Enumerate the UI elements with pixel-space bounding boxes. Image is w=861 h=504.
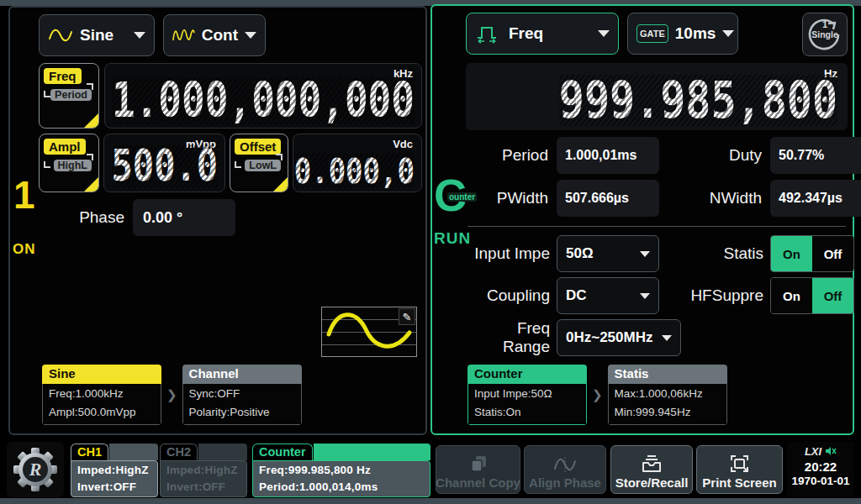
offset-lowlevel-key[interactable]: Offset LowL	[230, 134, 288, 192]
channel-card-title: Channel	[182, 365, 302, 384]
sine-summary-card[interactable]: Sine Freq:1.000kHz Ampl:500.0mVpp	[42, 365, 161, 425]
ampl-value: 500.0	[112, 145, 218, 188]
ampl-highlevel-key[interactable]: Ampl HighL	[39, 134, 99, 192]
ch1-status-tab[interactable]: CH1 Imped:HighZ Invert:OFF	[71, 444, 158, 497]
chevron-down-icon	[598, 30, 610, 37]
channel1-panel: 1 ON Sine Cont Freq Period	[8, 6, 427, 435]
tab-fill	[198, 444, 247, 460]
sine-icon	[48, 27, 73, 44]
phase-input[interactable]: 0.00 °	[133, 199, 235, 236]
freq-range-select[interactable]: 0Hz~250MHz	[557, 319, 681, 356]
channel1-side-column[interactable]: 1 ON	[10, 8, 40, 433]
statis-toggle[interactable]: On Off	[770, 235, 854, 272]
waveform-select[interactable]: Sine	[39, 14, 155, 56]
statis-off-option[interactable]: Off	[812, 236, 853, 271]
corner-bracket	[87, 154, 93, 160]
offset-key-label: Offset	[235, 139, 281, 155]
ch2-status-tab[interactable]: CH2 Imped:HighZ Invert:OFF	[160, 444, 247, 497]
print-screen-label: Print Screen	[702, 475, 776, 490]
channel-copy-button[interactable]: Channel Copy	[436, 445, 520, 494]
gate-badge: GATE	[637, 24, 668, 43]
ch1-tab-title: CH1	[71, 444, 108, 460]
section-divider	[467, 226, 846, 227]
store-recall-button[interactable]: Store/Recall	[610, 445, 693, 494]
gate-time-value: 10ms	[675, 24, 716, 43]
channel-card-sync: Sync:OFF	[189, 385, 295, 403]
edit-waveform-button[interactable]: ✎	[399, 308, 415, 325]
freq-period-key[interactable]: Freq Period	[39, 63, 99, 129]
ch1-impedance: Imped:HighZ	[77, 462, 151, 479]
counter-panel: C ounter RUN Freq GATE 10ms	[430, 4, 854, 435]
ch2-invert: Invert:OFF	[166, 479, 240, 496]
ch1-invert: Invert:OFF	[77, 479, 151, 496]
offset-value: 0.000,0	[294, 154, 415, 188]
counter-tab-title: Counter	[252, 444, 313, 460]
counter-status-tab[interactable]: Counter Freq:999.985,800 Hz Period:1.000…	[252, 444, 430, 497]
chevron-right-icon: ❯	[166, 387, 177, 402]
align-phase-button[interactable]: Align Phase	[524, 445, 606, 494]
clock-time: 20:22	[787, 459, 854, 474]
channel-summary-card[interactable]: Channel Sync:OFF Polarity:Positive	[182, 365, 302, 425]
hfsuppre-on-option[interactable]: On	[771, 278, 812, 313]
tab-fill	[109, 444, 158, 460]
corner-bracket	[235, 161, 241, 168]
ampl-value-display[interactable]: mVpp 500.0	[103, 134, 225, 192]
lowl-alt-label: LowL	[245, 160, 281, 171]
counter-tab-freq: Freq:999.985,800 Hz	[259, 462, 424, 479]
statis-card-min: Min:999.945Hz	[615, 403, 721, 422]
counter-card-title: Counter	[467, 365, 587, 384]
input-impedance-select[interactable]: 50Ω	[557, 235, 659, 272]
chevron-down-icon	[722, 30, 734, 37]
period-alt-label: Period	[50, 89, 92, 101]
counter-card-statis: Statis:On	[474, 403, 580, 422]
statis-summary-card[interactable]: Statis Max:1.000,06kHz Min:999.945Hz	[608, 365, 727, 425]
ch2-tab-title: CH2	[160, 444, 198, 460]
chevron-right-icon: ❯	[592, 387, 603, 402]
run-mode-select[interactable]: Cont	[163, 14, 266, 56]
run-mode-label: Cont	[202, 26, 238, 45]
chevron-down-icon	[134, 32, 145, 39]
duty-value: 50.77%	[770, 137, 861, 174]
counter-badge: C ounter	[434, 172, 467, 218]
counter-mode-select[interactable]: Freq	[466, 13, 619, 55]
statis-label: Statis	[666, 244, 763, 263]
offset-value-display[interactable]: Vdc 0.000,0	[293, 134, 422, 192]
store-recall-icon	[641, 454, 663, 474]
counter-value: 999.985,800	[559, 75, 837, 126]
sine-card-freq: Freq:1.000kHz	[49, 385, 155, 403]
counter-mode-label: Freq	[509, 24, 591, 43]
chevron-down-icon	[640, 251, 650, 257]
touch-corner-icon	[273, 177, 288, 192]
corner-bracket	[44, 91, 50, 97]
coupling-value: DC	[566, 287, 640, 304]
single-trigger-button[interactable]: 1 Single	[802, 13, 848, 56]
hfsuppre-toggle[interactable]: On Off	[770, 277, 854, 314]
pulse-freq-icon	[475, 24, 502, 44]
clock-date: 1970-01-01	[787, 475, 854, 487]
input-impedance-value: 50Ω	[566, 245, 640, 262]
ch2-impedance: Imped:HighZ	[166, 462, 240, 479]
system-settings-button[interactable]: R	[7, 442, 64, 497]
align-phase-label: Align Phase	[529, 475, 601, 490]
freq-value-display[interactable]: kHz 1.000,000,000	[104, 63, 422, 129]
chevron-down-icon	[662, 335, 672, 341]
waveform-preview[interactable]: ✎	[321, 307, 417, 357]
single-count: 1	[803, 19, 847, 29]
corner-bracket	[276, 154, 283, 160]
gate-time-select[interactable]: GATE 10ms	[627, 13, 738, 55]
counter-summary-card[interactable]: Counter Input Impe:50Ω Statis:On	[467, 365, 587, 425]
system-status-clock[interactable]: LXI 20:22 1970-01-01	[787, 442, 854, 497]
coupling-select[interactable]: DC	[557, 277, 659, 314]
phase-value: 0.00 °	[143, 209, 182, 227]
counter-tab-period: Period:1.000,014,0ms	[259, 479, 424, 496]
statis-card-max: Max:1.000,06kHz	[615, 385, 721, 403]
rigol-r-logo: R	[12, 446, 59, 493]
statis-on-option[interactable]: On	[771, 236, 812, 271]
hfsuppre-off-option[interactable]: Off	[812, 278, 853, 313]
counter-side-column[interactable]: C ounter RUN	[432, 6, 462, 433]
print-screen-button[interactable]: Print Screen	[696, 445, 783, 494]
input-impedance-label: Input Impe	[466, 244, 550, 263]
hfsuppre-label: HFSuppre	[666, 286, 763, 305]
copy-icon	[467, 454, 489, 474]
channel-card-polarity: Polarity:Positive	[189, 403, 295, 422]
